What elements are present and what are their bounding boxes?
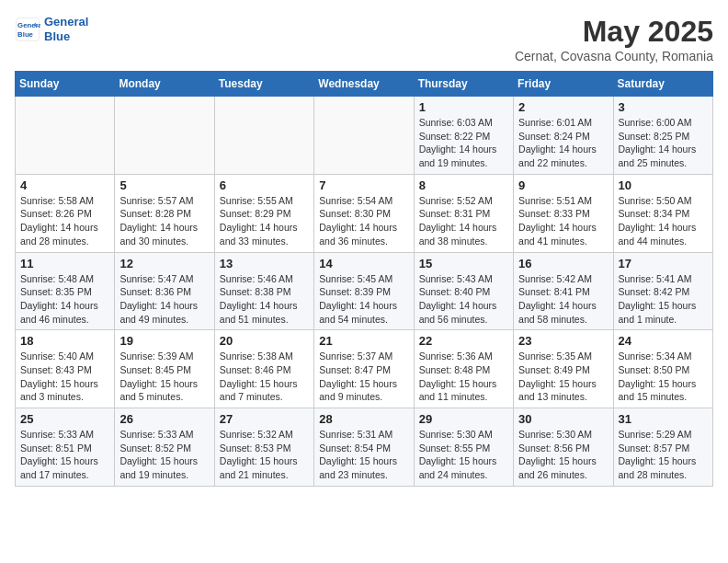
- day-cell: 8Sunrise: 5:52 AM Sunset: 8:31 PM Daylig…: [414, 174, 513, 252]
- day-cell: 26Sunrise: 5:33 AM Sunset: 8:52 PM Dayli…: [115, 408, 214, 487]
- day-number: 31: [619, 412, 708, 426]
- day-info: Sunrise: 5:30 AM Sunset: 8:55 PM Dayligh…: [419, 428, 508, 482]
- day-info: Sunrise: 5:46 AM Sunset: 8:38 PM Dayligh…: [220, 272, 309, 327]
- day-info: Sunrise: 5:30 AM Sunset: 8:56 PM Dayligh…: [518, 428, 608, 482]
- day-info: Sunrise: 5:41 AM Sunset: 8:42 PM Dayligh…: [619, 272, 708, 327]
- day-cell: 23Sunrise: 5:35 AM Sunset: 8:49 PM Dayli…: [514, 330, 613, 408]
- day-number: 13: [220, 257, 309, 270]
- day-cell: 3Sunrise: 6:00 AM Sunset: 8:25 PM Daylig…: [613, 97, 712, 175]
- location-subtitle: Cernat, Covasna County, Romania: [515, 49, 713, 63]
- day-info: Sunrise: 5:29 AM Sunset: 8:57 PM Dayligh…: [619, 428, 708, 482]
- weekday-header-saturday: Saturday: [613, 72, 712, 97]
- day-info: Sunrise: 5:39 AM Sunset: 8:45 PM Dayligh…: [119, 350, 209, 404]
- day-cell: 5Sunrise: 5:57 AM Sunset: 8:28 PM Daylig…: [115, 174, 214, 252]
- day-info: Sunrise: 5:32 AM Sunset: 8:53 PM Dayligh…: [220, 428, 309, 482]
- day-cell: 17Sunrise: 5:41 AM Sunset: 8:42 PM Dayli…: [613, 252, 712, 330]
- day-info: Sunrise: 5:33 AM Sunset: 8:52 PM Dayligh…: [119, 428, 209, 482]
- week-row-4: 18Sunrise: 5:40 AM Sunset: 8:43 PM Dayli…: [16, 330, 713, 408]
- day-info: Sunrise: 5:48 AM Sunset: 8:35 PM Dayligh…: [20, 272, 109, 327]
- day-info: Sunrise: 5:34 AM Sunset: 8:50 PM Dayligh…: [619, 350, 708, 404]
- weekday-header-thursday: Thursday: [414, 72, 513, 97]
- logo-icon: General Blue: [15, 17, 40, 42]
- day-number: 24: [619, 334, 708, 348]
- day-info: Sunrise: 6:01 AM Sunset: 8:24 PM Dayligh…: [518, 116, 608, 170]
- day-cell: 4Sunrise: 5:58 AM Sunset: 8:26 PM Daylig…: [16, 174, 115, 252]
- day-number: 19: [119, 334, 209, 348]
- day-cell: 14Sunrise: 5:45 AM Sunset: 8:39 PM Dayli…: [314, 252, 414, 330]
- day-info: Sunrise: 5:40 AM Sunset: 8:43 PM Dayligh…: [20, 350, 109, 404]
- day-info: Sunrise: 5:43 AM Sunset: 8:40 PM Dayligh…: [419, 272, 508, 327]
- day-cell: 7Sunrise: 5:54 AM Sunset: 8:30 PM Daylig…: [314, 174, 414, 252]
- day-cell: [314, 97, 414, 175]
- day-cell: 10Sunrise: 5:50 AM Sunset: 8:34 PM Dayli…: [613, 174, 712, 252]
- day-info: Sunrise: 5:51 AM Sunset: 8:33 PM Dayligh…: [518, 194, 608, 248]
- day-info: Sunrise: 5:47 AM Sunset: 8:36 PM Dayligh…: [119, 272, 209, 327]
- day-cell: 24Sunrise: 5:34 AM Sunset: 8:50 PM Dayli…: [613, 330, 712, 408]
- day-cell: 31Sunrise: 5:29 AM Sunset: 8:57 PM Dayli…: [613, 408, 712, 487]
- weekday-header-tuesday: Tuesday: [214, 72, 313, 97]
- day-cell: 11Sunrise: 5:48 AM Sunset: 8:35 PM Dayli…: [16, 252, 115, 330]
- day-number: 2: [518, 100, 608, 114]
- day-info: Sunrise: 5:31 AM Sunset: 8:54 PM Dayligh…: [319, 428, 408, 482]
- weekday-header-friday: Friday: [514, 72, 613, 97]
- day-number: 28: [319, 412, 408, 426]
- day-number: 4: [20, 178, 109, 192]
- day-cell: 19Sunrise: 5:39 AM Sunset: 8:45 PM Dayli…: [115, 330, 214, 408]
- logo-line1: General: [44, 15, 88, 29]
- day-number: 14: [319, 257, 408, 270]
- day-cell: 29Sunrise: 5:30 AM Sunset: 8:55 PM Dayli…: [414, 408, 513, 487]
- page-header: General Blue General Blue May 2025 Cerna…: [15, 15, 713, 63]
- day-number: 6: [220, 178, 309, 192]
- day-info: Sunrise: 5:35 AM Sunset: 8:49 PM Dayligh…: [518, 350, 608, 404]
- day-cell: [214, 97, 313, 175]
- day-number: 16: [518, 257, 608, 270]
- day-info: Sunrise: 6:00 AM Sunset: 8:25 PM Dayligh…: [619, 116, 708, 170]
- day-cell: 27Sunrise: 5:32 AM Sunset: 8:53 PM Dayli…: [214, 408, 313, 487]
- day-info: Sunrise: 5:45 AM Sunset: 8:39 PM Dayligh…: [319, 272, 408, 327]
- day-info: Sunrise: 5:52 AM Sunset: 8:31 PM Dayligh…: [419, 194, 508, 248]
- weekday-header-row: SundayMondayTuesdayWednesdayThursdayFrid…: [16, 72, 713, 97]
- day-number: 27: [220, 412, 309, 426]
- day-number: 23: [518, 334, 608, 348]
- day-cell: [16, 97, 115, 175]
- week-row-2: 4Sunrise: 5:58 AM Sunset: 8:26 PM Daylig…: [16, 174, 713, 252]
- month-title: May 2025: [515, 15, 713, 49]
- day-info: Sunrise: 5:42 AM Sunset: 8:41 PM Dayligh…: [518, 272, 608, 327]
- day-cell: 21Sunrise: 5:37 AM Sunset: 8:47 PM Dayli…: [314, 330, 414, 408]
- day-cell: 18Sunrise: 5:40 AM Sunset: 8:43 PM Dayli…: [16, 330, 115, 408]
- day-number: 3: [619, 100, 708, 114]
- day-number: 21: [319, 334, 408, 348]
- week-row-3: 11Sunrise: 5:48 AM Sunset: 8:35 PM Dayli…: [16, 252, 713, 330]
- day-info: Sunrise: 5:55 AM Sunset: 8:29 PM Dayligh…: [220, 194, 309, 248]
- weekday-header-sunday: Sunday: [16, 72, 115, 97]
- day-number: 26: [119, 412, 209, 426]
- day-number: 30: [518, 412, 608, 426]
- weekday-header-monday: Monday: [115, 72, 214, 97]
- day-info: Sunrise: 5:58 AM Sunset: 8:26 PM Dayligh…: [20, 194, 109, 248]
- week-row-5: 25Sunrise: 5:33 AM Sunset: 8:51 PM Dayli…: [16, 408, 713, 487]
- week-row-1: 1Sunrise: 6:03 AM Sunset: 8:22 PM Daylig…: [16, 97, 713, 175]
- weekday-header-wednesday: Wednesday: [314, 72, 414, 97]
- day-cell: 13Sunrise: 5:46 AM Sunset: 8:38 PM Dayli…: [214, 252, 313, 330]
- day-number: 7: [319, 178, 408, 192]
- day-info: Sunrise: 5:37 AM Sunset: 8:47 PM Dayligh…: [319, 350, 408, 404]
- day-number: 12: [119, 257, 209, 270]
- day-cell: 1Sunrise: 6:03 AM Sunset: 8:22 PM Daylig…: [414, 97, 513, 175]
- day-number: 22: [419, 334, 508, 348]
- day-info: Sunrise: 5:50 AM Sunset: 8:34 PM Dayligh…: [619, 194, 708, 248]
- day-cell: [115, 97, 214, 175]
- day-cell: 28Sunrise: 5:31 AM Sunset: 8:54 PM Dayli…: [314, 408, 414, 487]
- day-info: Sunrise: 5:33 AM Sunset: 8:51 PM Dayligh…: [20, 428, 109, 482]
- day-info: Sunrise: 5:36 AM Sunset: 8:48 PM Dayligh…: [419, 350, 508, 404]
- calendar-table: SundayMondayTuesdayWednesdayThursdayFrid…: [15, 71, 713, 487]
- day-number: 29: [419, 412, 508, 426]
- day-cell: 22Sunrise: 5:36 AM Sunset: 8:48 PM Dayli…: [414, 330, 513, 408]
- day-cell: 20Sunrise: 5:38 AM Sunset: 8:46 PM Dayli…: [214, 330, 313, 408]
- day-number: 18: [20, 334, 109, 348]
- day-cell: 16Sunrise: 5:42 AM Sunset: 8:41 PM Dayli…: [514, 252, 613, 330]
- day-number: 1: [419, 100, 508, 114]
- day-number: 25: [20, 412, 109, 426]
- day-cell: 2Sunrise: 6:01 AM Sunset: 8:24 PM Daylig…: [514, 97, 613, 175]
- day-cell: 25Sunrise: 5:33 AM Sunset: 8:51 PM Dayli…: [16, 408, 115, 487]
- logo-text: General Blue: [44, 15, 88, 43]
